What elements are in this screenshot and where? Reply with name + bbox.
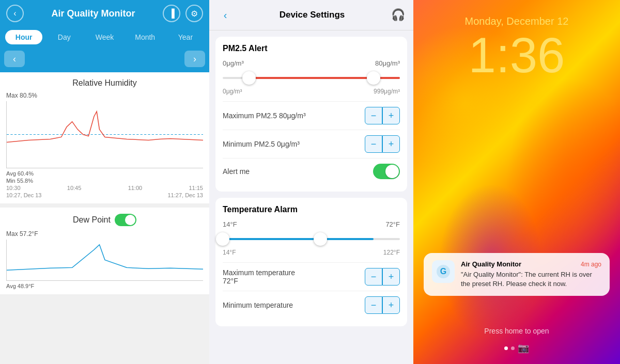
dewpoint-section: Dew Point Max 57.2°F Avg 48.9°F: [0, 208, 209, 294]
temp-title: Temperature Alarm: [223, 205, 400, 214]
dewpoint-max: Max 57.2°F: [6, 230, 203, 238]
aq-nav: ‹ ›: [0, 49, 209, 72]
pm25-title: PM2.5 Alert: [223, 44, 400, 53]
tab-hour[interactable]: Hour: [5, 30, 42, 44]
x-labels: 10:30 10:45 11:00 11:15: [6, 185, 203, 191]
temp-min-increase-button[interactable]: +: [382, 296, 400, 314]
pm25-card: PM2.5 Alert 0μg/m³ 80μg/m³ 0μg/m³ 999μg/…: [215, 37, 407, 192]
notification-text: "Air Quality Monitor": The current RH is…: [461, 270, 601, 289]
lock-time: 1:36: [469, 30, 565, 80]
settings-content: PM2.5 Alert 0μg/m³ 80μg/m³ 0μg/m³ 999μg/…: [209, 30, 413, 364]
device-settings-panel: ‹ Device Settings 🎧 PM2.5 Alert 0μg/m³ 8…: [209, 0, 413, 364]
pm25-min-increase-button[interactable]: +: [382, 135, 400, 153]
press-home-label: Press home to open: [484, 327, 549, 335]
lock-date: Monday, December 12: [465, 15, 569, 27]
pm25-max-decrease-button[interactable]: −: [365, 107, 382, 124]
humidity-section: Relative Humidity Max 80.5% Avg 60.4% Mi…: [0, 72, 209, 203]
dewpoint-title: Dew Point: [6, 214, 203, 226]
back-button[interactable]: ‹: [6, 5, 24, 22]
tab-day[interactable]: Day: [45, 30, 83, 44]
temp-min-stepper: − +: [365, 296, 400, 314]
notification-app-name: Air Quality Monitor: [461, 260, 521, 268]
dewpoint-toggle[interactable]: [115, 214, 136, 226]
lock-screen-panel: Monday, December 12 1:36 G Air Quality M…: [413, 0, 620, 364]
settings-button[interactable]: ⚙: [185, 5, 203, 22]
pm25-range-labels: 0μg/m³ 80μg/m³: [223, 59, 400, 67]
temp-end-labels: 14°F 122°F: [223, 249, 400, 256]
chart-dates: 10:27, Dec 13 11:27, Dec 13: [6, 192, 203, 198]
pm25-min-row: Minimum PM2.5 0μg/m³ − +: [223, 130, 400, 158]
tab-week[interactable]: Week: [86, 30, 123, 44]
notification-time: 4m ago: [581, 261, 601, 268]
dot-2: [511, 346, 515, 350]
temp-max-decrease-button[interactable]: −: [365, 268, 382, 286]
svg-text:G: G: [440, 267, 446, 276]
notification-app-icon: G: [432, 260, 455, 283]
aq-header: ‹ Air Quality Monitor ▐ ⚙: [0, 0, 209, 27]
temp-min-label: Minimum temperature: [223, 301, 293, 309]
notification-body: Air Quality Monitor 4m ago "Air Quality …: [461, 260, 601, 289]
pm25-min-thumb[interactable]: [242, 71, 256, 85]
pm25-min-label: Minimum PM2.5 0μg/m³: [223, 140, 300, 148]
humidity-avg: Avg 60.4%: [6, 170, 34, 177]
temp-min-thumb[interactable]: [216, 232, 229, 246]
temp-max-stepper: − +: [365, 268, 400, 286]
settings-title: Device Settings: [280, 10, 345, 20]
settings-header: ‹ Device Settings 🎧: [209, 0, 413, 30]
temp-range-labels: 14°F 72°F: [223, 220, 400, 228]
headphone-icon: 🎧: [391, 8, 405, 22]
tab-year[interactable]: Year: [167, 30, 204, 44]
air-quality-panel: ‹ Air Quality Monitor ▐ ⚙ Hour Day Week …: [0, 0, 209, 364]
temp-max-thumb[interactable]: [314, 232, 327, 246]
alert-me-row: Alert me: [223, 158, 400, 184]
chevron-left-icon: ‹: [13, 9, 16, 18]
camera-icon: 📷: [518, 342, 529, 354]
next-button[interactable]: ›: [184, 51, 205, 67]
page-dots: 📷: [504, 342, 529, 354]
tab-month[interactable]: Month: [127, 30, 164, 44]
temp-max-label: Maximum temperature72°F: [223, 268, 295, 285]
temp-max-row: Maximum temperature72°F − +: [223, 262, 400, 291]
chevron-left-icon: ‹: [224, 9, 227, 21]
prev-button[interactable]: ‹: [4, 51, 25, 67]
alert-me-label: Alert me: [223, 167, 250, 176]
pm25-max-thumb[interactable]: [367, 71, 380, 85]
humidity-chart: [6, 101, 203, 168]
alert-me-toggle[interactable]: [373, 164, 400, 179]
pm25-min-decrease-button[interactable]: −: [365, 135, 382, 153]
settings-back-button[interactable]: ‹: [218, 7, 233, 23]
bar-chart-icon: ▐: [168, 9, 174, 18]
pm25-max-stepper: − +: [365, 107, 400, 124]
pm25-end-labels: 0μg/m³ 999μg/m³: [223, 88, 400, 95]
gear-icon: ⚙: [191, 9, 198, 19]
pm25-max-row: Maximum PM2.5 80μg/m³ − +: [223, 101, 400, 130]
pm25-max-label: Maximum PM2.5 80μg/m³: [223, 112, 306, 120]
humidity-title: Relative Humidity: [6, 78, 203, 88]
dewpoint-avg: Avg 48.9°F: [6, 283, 203, 289]
aq-tabs: Hour Day Week Month Year: [0, 27, 209, 49]
notification-card[interactable]: G Air Quality Monitor 4m ago "Air Qualit…: [424, 253, 610, 296]
pm25-min-stepper: − +: [365, 135, 400, 153]
pm25-range-track[interactable]: [223, 70, 400, 86]
dot-1: [504, 346, 508, 350]
header-icons: ▐ ⚙: [163, 5, 203, 22]
temp-card: Temperature Alarm 14°F 72°F 14°F 122°F M…: [215, 198, 407, 326]
notification-header: Air Quality Monitor 4m ago: [461, 260, 601, 268]
temp-max-increase-button[interactable]: +: [382, 268, 400, 286]
temp-range-track[interactable]: [223, 231, 400, 247]
lock-content: Monday, December 12 1:36 G Air Quality M…: [413, 0, 620, 364]
chart-button[interactable]: ▐: [163, 5, 180, 22]
humidity-max: Max 80.5%: [6, 92, 203, 99]
dewpoint-chart: [6, 240, 203, 281]
aq-content: Relative Humidity Max 80.5% Avg 60.4% Mi…: [0, 72, 209, 364]
temp-min-decrease-button[interactable]: −: [365, 296, 382, 314]
humidity-min: Min 55.8%: [6, 178, 203, 184]
temp-min-row: Minimum temperature − +: [223, 291, 400, 319]
pm25-max-increase-button[interactable]: +: [382, 107, 400, 124]
aq-title: Air Quality Monitor: [52, 8, 135, 19]
